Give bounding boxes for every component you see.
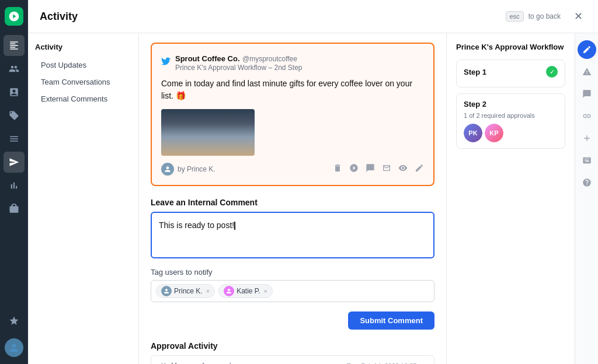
content: Sprout Coffee Co. @mysproutcoffee Prince…	[139, 33, 446, 364]
post-image-inner	[161, 109, 255, 156]
esc-badge: esc	[506, 11, 524, 22]
approval-item-header-0: Message Approved Tue, Feb 14, 2023 10:35…	[159, 362, 426, 364]
sidebar-icon-send[interactable]	[4, 152, 25, 173]
app-logo[interactable]	[5, 7, 23, 26]
submit-comment-button[interactable]: Submit Comment	[348, 312, 434, 330]
tag-section-title: Tag users to notify	[151, 268, 434, 276]
sidebar-item-post-updates[interactable]: Post Updates	[35, 57, 131, 73]
post-author: by Prince K.	[161, 163, 215, 176]
link-icon-button[interactable]	[578, 107, 596, 125]
sidebar-icon-inbox[interactable]	[4, 82, 25, 103]
author-avatar	[161, 163, 174, 176]
tag-section: Tag users to notify Prince K. × Katie P.	[151, 268, 434, 302]
workflow-title: Prince K's Approval Workflow	[456, 43, 565, 51]
go-back-text: to go back	[529, 12, 561, 20]
view-action[interactable]	[398, 163, 408, 175]
sidebar-item-external-comments[interactable]: External Comments	[35, 91, 131, 107]
step-1-header: Step 1 ✓	[464, 66, 558, 78]
tag-avatar-prince	[161, 286, 172, 296]
warning-icon-button[interactable]	[578, 62, 596, 81]
post-actions	[333, 163, 424, 175]
message-action[interactable]	[382, 163, 391, 175]
post-image	[161, 109, 255, 156]
user-avatar[interactable]	[5, 338, 23, 357]
tag-remove-prince[interactable]: ×	[206, 288, 210, 295]
tag-name-prince: Prince K.	[174, 287, 203, 295]
approval-activity-title: Approval Activity	[151, 341, 434, 351]
approval-item-0: Message Approved Tue, Feb 14, 2023 10:35…	[151, 355, 434, 364]
sidebar-icon-menu[interactable]	[4, 128, 25, 149]
icon-bar-right	[575, 33, 598, 364]
approval-activity: Approval Activity Message Approved Tue, …	[151, 341, 434, 364]
workflow-step-2: Step 2 1 of 2 required approvals PK KP	[456, 93, 565, 149]
step-2-label: Step 2	[464, 100, 486, 108]
main-panel: Activity esc to go back ✕ Activity Post …	[28, 0, 598, 364]
page-title: Activity	[40, 10, 78, 23]
post-workflow-step: Prince K's Approval Workflow – 2nd Step	[175, 64, 303, 72]
step-avatar-1: PK	[464, 124, 482, 142]
left-nav: Activity Post Updates Team Conversations…	[28, 33, 139, 364]
submit-row: Submit Comment	[151, 312, 434, 330]
sidebar-icon-tag[interactable]	[4, 105, 25, 126]
edit-action[interactable]	[415, 163, 424, 175]
step-2-avatars: PK KP	[464, 124, 558, 142]
step-1-label: Step 1	[464, 68, 486, 76]
twitter-icon	[161, 57, 171, 68]
left-sidebar	[0, 0, 28, 364]
step-avatar-2: KP	[485, 124, 503, 142]
post-card: Sprout Coffee Co. @mysproutcoffee Prince…	[151, 43, 434, 186]
header-right: esc to go back ✕	[506, 8, 587, 24]
step-2-header: Step 2	[464, 100, 558, 108]
comment-text: This is ready to post!	[159, 220, 234, 230]
sidebar-icon-chart[interactable]	[4, 175, 25, 196]
plus-icon-button[interactable]	[578, 129, 596, 148]
edit-icon-button[interactable]	[578, 40, 596, 59]
comment-section-title: Leave an Internal Comment	[151, 198, 434, 207]
post-account-handle: @mysproutcoffee	[242, 55, 297, 63]
workflow-step-1: Step 1 ✓	[456, 60, 565, 88]
post-author-label: by Prince K.	[178, 165, 215, 173]
right-panel: Prince K's Approval Workflow Step 1 ✓ St…	[446, 33, 575, 364]
help-icon-button[interactable]	[578, 173, 596, 192]
comment-action[interactable]	[366, 163, 375, 175]
sidebar-icon-briefcase[interactable]	[4, 198, 25, 219]
tag-remove-katie[interactable]: ×	[264, 288, 267, 295]
header: Activity esc to go back ✕	[28, 0, 598, 33]
approval-label-0: Message Approved	[159, 362, 231, 364]
post-header: Sprout Coffee Co. @mysproutcoffee Prince…	[161, 53, 424, 72]
post-account-info: Sprout Coffee Co. @mysproutcoffee Prince…	[175, 53, 303, 72]
left-nav-title: Activity	[35, 43, 131, 51]
tag-chip-prince: Prince K. ×	[156, 284, 215, 298]
grid-icon-button[interactable]	[578, 151, 596, 170]
text-cursor	[234, 222, 235, 230]
delete-action[interactable]	[333, 163, 342, 175]
step-1-check: ✓	[546, 66, 558, 78]
close-button[interactable]: ✕	[570, 8, 586, 24]
sidebar-icon-users[interactable]	[4, 58, 25, 79]
post-account-name: Sprout Coffee Co.	[175, 54, 240, 63]
post-footer: by Prince K.	[161, 163, 424, 176]
target-action[interactable]	[349, 163, 359, 175]
post-text: Come in today and find last minute gifts…	[161, 78, 424, 102]
approval-label-text-0: Message Approved	[171, 362, 231, 364]
tag-chip-katie: Katie P. ×	[218, 284, 273, 298]
sidebar-icon-compose[interactable]	[4, 35, 25, 56]
comment-box[interactable]: This is ready to post!	[151, 212, 434, 258]
tag-avatar-katie	[224, 286, 234, 296]
tag-input-container[interactable]: Prince K. × Katie P. ×	[151, 280, 434, 302]
sidebar-icon-star[interactable]	[4, 310, 25, 331]
body: Activity Post Updates Team Conversations…	[28, 33, 598, 364]
tag-name-katie: Katie P.	[237, 287, 260, 295]
chat-icon-button[interactable]	[578, 85, 596, 103]
sidebar-item-team-conversations[interactable]: Team Conversations	[35, 74, 131, 90]
step-2-subtitle: 1 of 2 required approvals	[464, 112, 558, 119]
